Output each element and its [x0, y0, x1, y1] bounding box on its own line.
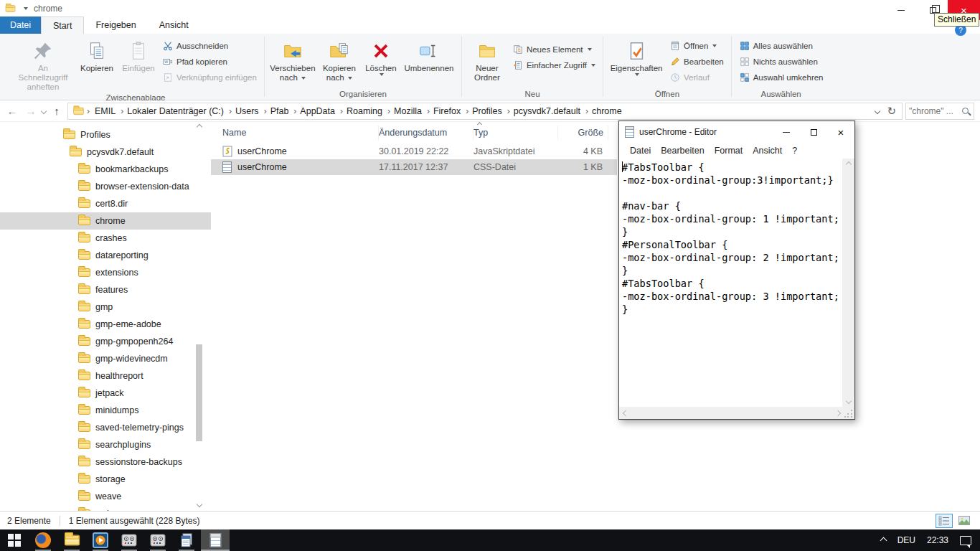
notepad-minimize-button[interactable]	[773, 121, 800, 143]
clock[interactable]: 22:33	[927, 535, 948, 545]
breadcrumb-item[interactable]: AppData›	[297, 106, 344, 116]
quick-access-dropdown-icon[interactable]	[24, 7, 28, 10]
copy-path-button[interactable]: W Pfad kopieren	[159, 55, 260, 69]
breadcrumb-item[interactable]: Lokaler Datenträger (C:)›	[124, 106, 232, 116]
notepad-horizontal-scrollbar[interactable]	[619, 407, 854, 419]
language-indicator[interactable]: DEU	[897, 535, 915, 545]
tab-ansicht[interactable]: Ansicht	[148, 17, 200, 34]
menu-item[interactable]: Ansicht	[748, 146, 787, 156]
paste-shortcut-button[interactable]: Verknüpfung einfügen	[159, 70, 260, 85]
breadcrumb-item[interactable]: Users›	[232, 106, 268, 116]
sidebar-folder[interactable]: gmp-widevinecdm	[0, 350, 211, 367]
sidebar-scrollbar[interactable]	[194, 123, 204, 509]
sidebar-folder[interactable]: jetpack	[0, 385, 211, 402]
sidebar-folder[interactable]: chrome	[0, 212, 211, 230]
file-row[interactable]: userChrome 30.01.2019 22:22 JavaSkriptda…	[211, 143, 617, 159]
sidebar-folder[interactable]: saved-telemetry-pings	[0, 419, 211, 436]
cut-button[interactable]: Ausschneiden	[159, 39, 260, 53]
sidebar-folder[interactable]: gmp	[0, 298, 211, 316]
menu-item[interactable]: Bearbeiten	[656, 146, 709, 156]
notepad-text-area[interactable]: #TabsToolbar {-moz-box-ordinal-group:3!i…	[619, 159, 842, 407]
paste-button[interactable]: Einfügen	[119, 37, 158, 73]
breadcrumb-item[interactable]: Roaming›	[344, 106, 391, 116]
sidebar-folder[interactable]: sessionstore-backups	[0, 453, 211, 471]
edit-button[interactable]: Bearbeiten	[666, 55, 727, 69]
notepad-titlebar[interactable]: userChrome - Editor ×	[619, 121, 854, 143]
rename-button[interactable]: Umbenennen	[401, 37, 457, 73]
sidebar-folder[interactable]: features	[0, 281, 211, 298]
breadcrumb-item[interactable]: chrome›	[589, 106, 625, 116]
notepad-maximize-button[interactable]	[800, 121, 827, 143]
breadcrumb-item[interactable]: Pfab›	[268, 106, 298, 116]
taskbar-recorder-button-1[interactable]	[115, 529, 143, 551]
scroll-right-icon[interactable]	[835, 410, 841, 415]
file-row[interactable]: userChrome 17.11.2017 12:37 CSS-Datei 1 …	[211, 159, 617, 175]
minimize-button[interactable]	[885, 0, 917, 20]
tray-chevron-icon[interactable]	[880, 537, 887, 544]
breadcrumb-item[interactable]: Mozilla›	[391, 106, 430, 116]
menu-item[interactable]: Datei	[625, 146, 656, 156]
scroll-down-icon[interactable]	[845, 398, 851, 404]
search-input[interactable]	[909, 106, 961, 116]
copy-to-button[interactable]: Kopieren nach	[318, 37, 361, 83]
column-name[interactable]: Name	[222, 126, 379, 140]
menu-item[interactable]: Format	[710, 146, 748, 156]
column-size[interactable]: Größe	[558, 126, 608, 140]
properties-button[interactable]: Eigenschaften	[608, 37, 665, 76]
sidebar-folder[interactable]: datareporting	[0, 247, 211, 264]
refresh-icon[interactable]: ↻	[887, 105, 896, 118]
sidebar-folder[interactable]: Profiles	[0, 126, 211, 143]
address-bar[interactable]: › EMIL› Lokaler Datenträger (C:)› Users›…	[67, 103, 903, 120]
taskbar-document-button[interactable]	[172, 529, 201, 551]
sidebar-folder[interactable]: bookmarkbackups	[0, 161, 211, 178]
sidebar-folder[interactable]: browser-extension-data	[0, 178, 211, 195]
column-date[interactable]: Änderungsdatum	[379, 126, 473, 140]
forward-icon[interactable]: →	[23, 105, 39, 117]
sidebar-folder[interactable]: cert8.dir	[0, 195, 211, 212]
address-dropdown-icon[interactable]	[875, 108, 880, 113]
thumbnails-view-button[interactable]	[956, 514, 973, 528]
sidebar-folder[interactable]: pcysvdk7.default	[0, 143, 211, 161]
history-button[interactable]: Verlauf	[666, 70, 727, 85]
scroll-down-icon[interactable]	[197, 501, 202, 507]
up-icon[interactable]: ↑	[49, 105, 65, 117]
pin-to-quick-access-button[interactable]: An Schnellzugriff anheften	[11, 37, 75, 92]
details-view-button[interactable]	[936, 514, 953, 528]
select-all-button[interactable]: Alles auswählen	[736, 39, 826, 53]
column-type[interactable]: Typ	[473, 126, 558, 140]
sidebar-folder[interactable]: gmp-gmpopenh264	[0, 333, 211, 350]
taskbar-firefox-button[interactable]	[29, 529, 57, 551]
open-button[interactable]: Öffnen	[666, 39, 727, 53]
action-center-icon[interactable]	[960, 536, 971, 545]
delete-button[interactable]: Löschen	[362, 37, 400, 76]
scroll-up-icon[interactable]	[845, 161, 851, 167]
menu-item[interactable]: ?	[787, 146, 802, 156]
sidebar-folder[interactable]: searchplugins	[0, 436, 211, 453]
tab-freigeben[interactable]: Freigeben	[84, 17, 147, 34]
sidebar-folder[interactable]: healthreport	[0, 367, 211, 385]
search-box[interactable]	[905, 103, 974, 120]
taskbar-media-player-button[interactable]	[86, 529, 115, 551]
back-icon[interactable]: ←	[4, 105, 20, 117]
search-icon[interactable]	[962, 108, 969, 114]
taskbar-explorer-button[interactable]	[57, 529, 86, 551]
easy-access-button[interactable]: Einfacher Zugriff	[509, 58, 598, 72]
sidebar-folder[interactable]: webapps	[0, 505, 211, 511]
resize-grip[interactable]	[843, 408, 854, 418]
new-item-button[interactable]: Neues Element	[509, 42, 598, 57]
breadcrumb-item[interactable]: EMIL›	[92, 106, 124, 116]
start-button[interactable]	[0, 529, 29, 551]
select-none-button[interactable]: Nichts auswählen	[736, 55, 826, 69]
scroll-up-icon[interactable]	[197, 124, 202, 130]
notepad-close-button[interactable]: ×	[827, 121, 854, 143]
sidebar-folder[interactable]: extensions	[0, 264, 211, 281]
sidebar-folder[interactable]: crashes	[0, 230, 211, 247]
breadcrumb-item[interactable]: pcysvdk7.default›	[511, 106, 589, 116]
invert-selection-button[interactable]: Auswahl umkehren	[736, 70, 826, 85]
taskbar-notepad-button[interactable]	[201, 529, 230, 551]
breadcrumb-item[interactable]: Profiles›	[469, 106, 511, 116]
scroll-left-icon[interactable]	[623, 410, 628, 415]
taskbar-recorder-button-2[interactable]	[143, 529, 172, 551]
sidebar-folder[interactable]: storage	[0, 471, 211, 488]
sidebar-folder[interactable]: minidumps	[0, 402, 211, 419]
